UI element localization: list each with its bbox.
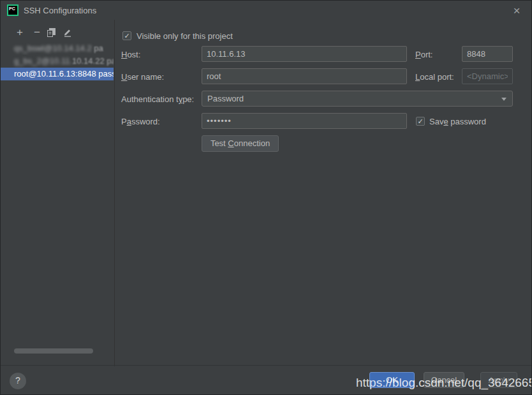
port-label: Port:	[415, 50, 432, 59]
save-password-checkbox[interactable]: ✓	[416, 117, 425, 126]
visible-project-label: Visible only for this project	[137, 31, 233, 41]
configurations-sidebar: + − qs_bswl@10.14.14.2 pa g_bs_2@10.11.1…	[1, 20, 115, 366]
label-mnemonic: U	[121, 72, 127, 82]
password-input[interactable]	[202, 113, 407, 129]
config-text-fragment: 10.14.22 pa	[72, 56, 114, 66]
list-item-selected[interactable]: root@10.11.6.13:8848 passw	[1, 68, 114, 80]
local-port-label: Local port:	[415, 72, 454, 82]
visible-project-checkbox[interactable]: ✓	[122, 31, 131, 40]
username-label: User name:	[121, 72, 164, 82]
local-port-input[interactable]	[462, 68, 513, 84]
label-text: password	[448, 117, 486, 126]
label-mnemonic: C	[228, 138, 233, 148]
config-text-fragment: pa	[92, 43, 103, 53]
edit-configuration-icon[interactable]	[63, 26, 77, 40]
ssh-configurations-dialog: PC SSH Configurations × + − qs_bswl@10.1…	[0, 0, 532, 395]
label-mnemonic: H	[121, 50, 127, 59]
help-button[interactable]: ?	[10, 373, 26, 389]
label-text: ssword:	[131, 117, 160, 126]
host-label: Host:	[121, 50, 140, 59]
label-text: Authentication t	[121, 94, 179, 104]
title-bar: PC SSH Configurations ×	[1, 1, 531, 20]
add-configuration-button[interactable]: +	[13, 26, 27, 40]
dialog-title: SSH Configurations	[24, 6, 96, 15]
copy-configuration-icon[interactable]	[47, 26, 61, 40]
label-mnemonic: e	[443, 117, 448, 126]
port-input[interactable]	[462, 46, 513, 62]
username-input[interactable]	[202, 68, 407, 84]
pycharm-logo-icon: PC	[7, 4, 18, 16]
label-mnemonic: a	[127, 117, 131, 126]
label-mnemonic: P	[415, 50, 421, 59]
label-text: pe:	[182, 94, 194, 104]
auth-type-selected-value: Password	[207, 94, 244, 103]
label-text: Sav	[429, 117, 443, 126]
label-text: Test	[211, 138, 228, 148]
ssh-configurations-list: qs_bswl@10.14.14.2 pa g_bs_2@10.11.10.14…	[1, 42, 114, 80]
redacted-config-text: qs_bswl@10.14.14.2	[14, 43, 92, 53]
redacted-config-text: g_bs_2@10.11.	[14, 56, 72, 66]
remove-configuration-button[interactable]: −	[30, 26, 44, 40]
chevron-down-icon	[501, 98, 506, 101]
save-password-label: Save password	[429, 117, 486, 126]
label-text: ser name:	[127, 72, 164, 82]
csdn-watermark: https://blog.csdn.net/qq_36426650	[356, 376, 532, 390]
close-icon[interactable]: ×	[508, 3, 525, 19]
label-text: ost:	[127, 50, 140, 59]
auth-type-dropdown[interactable]: Password	[202, 91, 513, 107]
label-text: ocal port:	[420, 72, 454, 82]
horizontal-scrollbar[interactable]	[14, 348, 93, 354]
label-text: ort:	[421, 50, 433, 59]
list-item[interactable]: qs_bswl@10.14.14.2 pa	[1, 42, 114, 55]
label-text: onnection	[234, 138, 270, 148]
test-connection-button[interactable]: Test Connection	[202, 135, 279, 152]
host-input[interactable]	[202, 46, 407, 62]
list-item[interactable]: g_bs_2@10.11.10.14.22 pa	[1, 55, 114, 68]
auth-type-label: Authentication type:	[121, 94, 194, 104]
label-text: P	[121, 117, 127, 126]
password-label: Password:	[121, 117, 160, 126]
